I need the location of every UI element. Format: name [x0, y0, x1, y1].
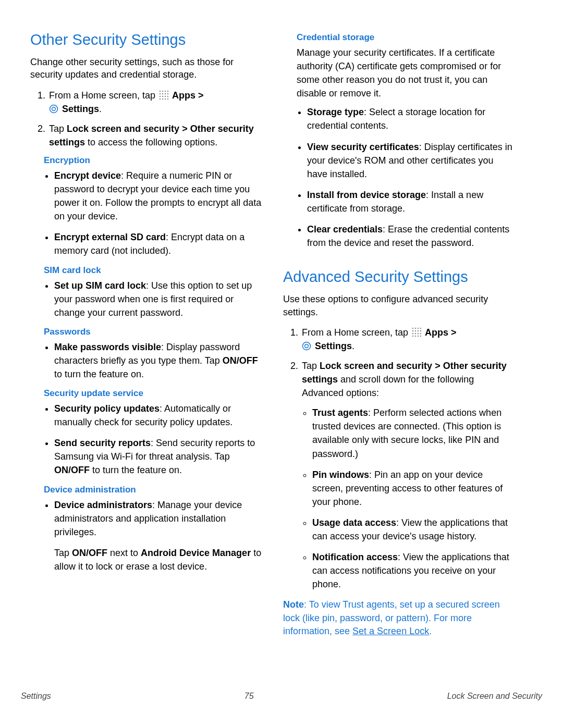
list-item: Pin windows: Pin an app on your device s… [312, 468, 515, 509]
column-right: Credential storage Manage your security … [283, 26, 515, 647]
cred-intro: Manage your security certificates. If a … [297, 46, 515, 100]
apps-icon [412, 327, 421, 337]
apps-label: Apps > [172, 90, 204, 101]
svg-point-3 [305, 344, 309, 348]
list-item: Encrypt external SD card: Encrypt data o… [54, 230, 262, 257]
column-left: Other Security Settings Change other sec… [30, 26, 262, 647]
list-advanced: Trust agents: Perform selected actions w… [302, 406, 515, 591]
heading-advanced-security-settings: Advanced Security Settings [283, 268, 515, 286]
subhead-passwords: Passwords [44, 327, 262, 337]
link-set-a-screen-lock[interactable]: Set a Screen Lock [352, 626, 429, 636]
subhead-security-update-service: Security update service [44, 388, 262, 399]
intro-left: Change other security settings, such as … [30, 56, 262, 81]
footer-left: Settings [21, 692, 51, 701]
settings-icon [49, 104, 58, 113]
list-item: Notification access: View the applicatio… [312, 550, 515, 591]
svg-point-1 [52, 107, 56, 110]
step-2-left: Tap Lock screen and security > Other sec… [48, 122, 262, 149]
apps-icon [159, 90, 168, 100]
list-item: Send security reports: Send security rep… [54, 436, 262, 477]
list-item: Storage type: Select a storage location … [307, 105, 515, 132]
svg-point-2 [303, 342, 311, 350]
list-item: Device administrators: Manage your devic… [54, 498, 262, 573]
intro-right: Use these options to configure advanced … [283, 293, 515, 318]
settings-label: Settings [315, 341, 352, 351]
list-sus: Security policy updates: Automatically o… [44, 402, 262, 477]
subhead-sim-card-lock: SIM card lock [44, 265, 262, 276]
step-1-right: From a Home screen, tap Apps > Settings. [301, 326, 515, 353]
page: Other Security Settings Change other sec… [0, 0, 563, 728]
steps-right: From a Home screen, tap Apps > Settings.… [283, 326, 515, 591]
subhead-credential-storage: Credential storage [297, 32, 515, 43]
list-passwords: Make passwords visible: Display password… [44, 340, 262, 381]
subhead-encryption: Encryption [44, 155, 262, 166]
settings-label: Settings [62, 104, 99, 114]
list-item: Usage data access: View the applications… [312, 516, 515, 543]
list-item: Security policy updates: Automatically o… [54, 402, 262, 429]
heading-other-security-settings: Other Security Settings [30, 31, 262, 48]
footer-page-number: 75 [244, 692, 254, 701]
list-item: Clear credentials: Erase the credential … [307, 223, 515, 250]
list-item: Install from device storage: Install a n… [307, 188, 515, 215]
steps-left: From a Home screen, tap Apps > Settings.… [30, 89, 262, 149]
footer: Settings 75 Lock Screen and Security [21, 692, 542, 701]
list-da: Device administrators: Manage your devic… [44, 498, 262, 573]
apps-label: Apps > [425, 327, 457, 338]
list-sim: Set up SIM card lock: Use this option to… [44, 279, 262, 319]
list-item: View security certificates: Display cert… [307, 140, 515, 181]
list-item: Encrypt device: Require a numeric PIN or… [54, 169, 262, 223]
step-2-right: Tap Lock screen and security > Other sec… [301, 359, 515, 591]
subhead-device-administration: Device administration [44, 485, 262, 495]
list-item: Set up SIM card lock: Use this option to… [54, 279, 262, 319]
footer-right: Lock Screen and Security [447, 692, 542, 701]
note: Note: To view Trust agents, set up a sec… [283, 598, 515, 638]
list-credential-storage: Storage type: Select a storage location … [297, 105, 515, 250]
list-encryption: Encrypt device: Require a numeric PIN or… [44, 169, 262, 258]
list-item: Make passwords visible: Display password… [54, 340, 262, 381]
settings-icon [302, 341, 311, 350]
step-1-left: From a Home screen, tap Apps > Settings. [48, 89, 262, 116]
list-item: Trust agents: Perform selected actions w… [312, 406, 515, 460]
svg-point-0 [50, 105, 58, 113]
